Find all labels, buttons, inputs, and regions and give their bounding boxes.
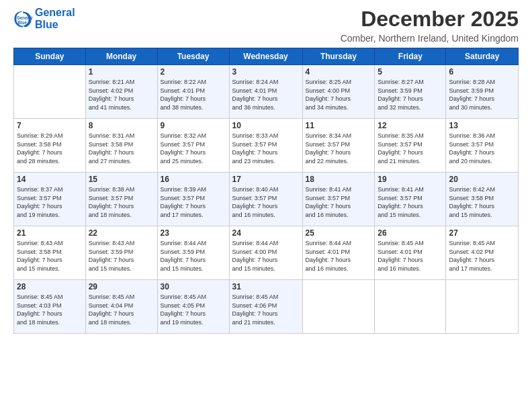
day-info: Sunrise: 8:44 AM Sunset: 3:59 PM Dayligh… (161, 239, 226, 273)
day-info: Sunrise: 8:31 AM Sunset: 3:58 PM Dayligh… (89, 132, 154, 165)
day-info: Sunrise: 8:45 AM Sunset: 4:06 PM Dayligh… (232, 293, 300, 326)
day-info: Sunrise: 8:42 AM Sunset: 3:58 PM Dayligh… (449, 185, 515, 219)
col-sunday: Sunday (14, 48, 86, 65)
calendar-cell: 15Sunrise: 8:38 AM Sunset: 3:57 PM Dayli… (85, 173, 157, 226)
logo-icon: General Blue (13, 9, 32, 28)
day-number: 22 (89, 228, 154, 238)
calendar-cell: 18Sunrise: 8:41 AM Sunset: 3:57 PM Dayli… (302, 173, 375, 226)
calendar-cell: 8Sunrise: 8:31 AM Sunset: 3:58 PM Daylig… (85, 119, 157, 173)
calendar-cell: 9Sunrise: 8:32 AM Sunset: 3:57 PM Daylig… (157, 119, 229, 173)
day-info: Sunrise: 8:43 AM Sunset: 3:58 PM Dayligh… (17, 239, 83, 273)
calendar-cell: 23Sunrise: 8:44 AM Sunset: 3:59 PM Dayli… (157, 226, 229, 280)
day-info: Sunrise: 8:21 AM Sunset: 4:02 PM Dayligh… (89, 78, 154, 111)
day-number: 24 (232, 228, 300, 238)
calendar-cell: 26Sunrise: 8:45 AM Sunset: 4:01 PM Dayli… (375, 226, 446, 280)
day-info: Sunrise: 8:39 AM Sunset: 3:57 PM Dayligh… (161, 185, 226, 219)
calendar-cell: 29Sunrise: 8:45 AM Sunset: 4:04 PM Dayli… (85, 280, 157, 334)
month-title: December 2025 (341, 7, 519, 32)
calendar-table: Sunday Monday Tuesday Wednesday Thursday… (13, 48, 519, 334)
col-monday: Monday (85, 48, 157, 65)
day-info: Sunrise: 8:32 AM Sunset: 3:57 PM Dayligh… (161, 132, 226, 165)
day-number: 1 (89, 67, 154, 77)
calendar-cell (302, 280, 375, 334)
day-info: Sunrise: 8:38 AM Sunset: 3:57 PM Dayligh… (89, 185, 154, 219)
day-info: Sunrise: 8:22 AM Sunset: 4:01 PM Dayligh… (161, 78, 226, 111)
day-number: 2 (161, 67, 226, 77)
day-number: 10 (232, 121, 300, 130)
calendar-cell: 22Sunrise: 8:43 AM Sunset: 3:59 PM Dayli… (85, 226, 157, 280)
calendar-cell: 14Sunrise: 8:37 AM Sunset: 3:57 PM Dayli… (14, 173, 86, 226)
calendar-cell: 3Sunrise: 8:24 AM Sunset: 4:01 PM Daylig… (229, 65, 302, 119)
day-info: Sunrise: 8:41 AM Sunset: 3:57 PM Dayligh… (306, 185, 372, 219)
day-number: 12 (378, 121, 443, 130)
col-friday: Friday (375, 48, 446, 65)
calendar-cell: 27Sunrise: 8:45 AM Sunset: 4:02 PM Dayli… (446, 226, 519, 280)
day-number: 15 (89, 175, 154, 184)
day-number: 11 (306, 121, 372, 130)
calendar-cell: 25Sunrise: 8:44 AM Sunset: 4:01 PM Dayli… (302, 226, 375, 280)
calendar-week-2: 7Sunrise: 8:29 AM Sunset: 3:58 PM Daylig… (14, 119, 519, 173)
calendar-cell: 13Sunrise: 8:36 AM Sunset: 3:57 PM Dayli… (446, 119, 519, 173)
logo: General Blue General Blue (13, 7, 75, 30)
day-info: Sunrise: 8:27 AM Sunset: 3:59 PM Dayligh… (378, 78, 443, 111)
calendar-cell: 7Sunrise: 8:29 AM Sunset: 3:58 PM Daylig… (14, 119, 86, 173)
calendar-cell: 5Sunrise: 8:27 AM Sunset: 3:59 PM Daylig… (375, 65, 446, 119)
calendar-cell: 17Sunrise: 8:40 AM Sunset: 3:57 PM Dayli… (229, 173, 302, 226)
calendar-cell: 30Sunrise: 8:45 AM Sunset: 4:05 PM Dayli… (157, 280, 229, 334)
day-info: Sunrise: 8:40 AM Sunset: 3:57 PM Dayligh… (232, 185, 300, 219)
day-number: 14 (17, 175, 83, 184)
day-info: Sunrise: 8:44 AM Sunset: 4:00 PM Dayligh… (232, 239, 300, 273)
calendar-cell: 24Sunrise: 8:44 AM Sunset: 4:00 PM Dayli… (229, 226, 302, 280)
svg-text:Blue: Blue (17, 19, 27, 24)
col-tuesday: Tuesday (157, 48, 229, 65)
day-number: 26 (378, 228, 443, 238)
calendar-cell: 6Sunrise: 8:28 AM Sunset: 3:59 PM Daylig… (446, 65, 519, 119)
calendar-body: 1Sunrise: 8:21 AM Sunset: 4:02 PM Daylig… (14, 65, 519, 334)
col-saturday: Saturday (446, 48, 519, 65)
day-number: 19 (378, 175, 443, 184)
col-wednesday: Wednesday (229, 48, 302, 65)
calendar-week-3: 14Sunrise: 8:37 AM Sunset: 3:57 PM Dayli… (14, 173, 519, 226)
calendar-cell: 11Sunrise: 8:34 AM Sunset: 3:57 PM Dayli… (302, 119, 375, 173)
day-number: 17 (232, 175, 300, 184)
day-number: 28 (17, 282, 83, 291)
calendar-cell (375, 280, 446, 334)
day-number: 6 (449, 67, 515, 77)
title-block: December 2025 Comber, Northern Ireland, … (341, 7, 519, 44)
day-number: 9 (161, 121, 226, 130)
calendar-cell: 20Sunrise: 8:42 AM Sunset: 3:58 PM Dayli… (446, 173, 519, 226)
day-number: 29 (89, 282, 154, 291)
calendar-cell: 12Sunrise: 8:35 AM Sunset: 3:57 PM Dayli… (375, 119, 446, 173)
calendar-week-1: 1Sunrise: 8:21 AM Sunset: 4:02 PM Daylig… (14, 65, 519, 119)
day-number: 18 (306, 175, 372, 184)
day-number: 30 (161, 282, 226, 291)
calendar-cell: 16Sunrise: 8:39 AM Sunset: 3:57 PM Dayli… (157, 173, 229, 226)
day-number: 8 (89, 121, 154, 130)
day-info: Sunrise: 8:37 AM Sunset: 3:57 PM Dayligh… (17, 185, 83, 219)
day-info: Sunrise: 8:34 AM Sunset: 3:57 PM Dayligh… (306, 132, 372, 165)
day-info: Sunrise: 8:28 AM Sunset: 3:59 PM Dayligh… (449, 78, 515, 111)
day-info: Sunrise: 8:41 AM Sunset: 3:57 PM Dayligh… (378, 185, 443, 219)
day-number: 31 (232, 282, 300, 291)
calendar-week-5: 28Sunrise: 8:45 AM Sunset: 4:03 PM Dayli… (14, 280, 519, 334)
day-number: 27 (449, 228, 515, 238)
day-info: Sunrise: 8:44 AM Sunset: 4:01 PM Dayligh… (306, 239, 372, 273)
day-info: Sunrise: 8:45 AM Sunset: 4:04 PM Dayligh… (89, 293, 154, 326)
calendar-cell: 19Sunrise: 8:41 AM Sunset: 3:57 PM Dayli… (375, 173, 446, 226)
day-info: Sunrise: 8:24 AM Sunset: 4:01 PM Dayligh… (232, 78, 300, 111)
calendar-cell: 4Sunrise: 8:25 AM Sunset: 4:00 PM Daylig… (302, 65, 375, 119)
calendar-cell: 28Sunrise: 8:45 AM Sunset: 4:03 PM Dayli… (14, 280, 86, 334)
page-container: General Blue General Blue December 2025 … (0, 0, 532, 340)
day-number: 13 (449, 121, 515, 130)
col-thursday: Thursday (302, 48, 375, 65)
day-number: 5 (378, 67, 443, 77)
calendar-cell: 31Sunrise: 8:45 AM Sunset: 4:06 PM Dayli… (229, 280, 302, 334)
day-info: Sunrise: 8:25 AM Sunset: 4:00 PM Dayligh… (306, 78, 372, 111)
day-info: Sunrise: 8:45 AM Sunset: 4:01 PM Dayligh… (378, 239, 443, 273)
day-info: Sunrise: 8:35 AM Sunset: 3:57 PM Dayligh… (378, 132, 443, 165)
day-number: 7 (17, 121, 83, 130)
day-number: 25 (306, 228, 372, 238)
day-info: Sunrise: 8:45 AM Sunset: 4:03 PM Dayligh… (17, 293, 83, 326)
day-number: 4 (306, 67, 372, 77)
page-header: General Blue General Blue December 2025 … (13, 7, 519, 44)
